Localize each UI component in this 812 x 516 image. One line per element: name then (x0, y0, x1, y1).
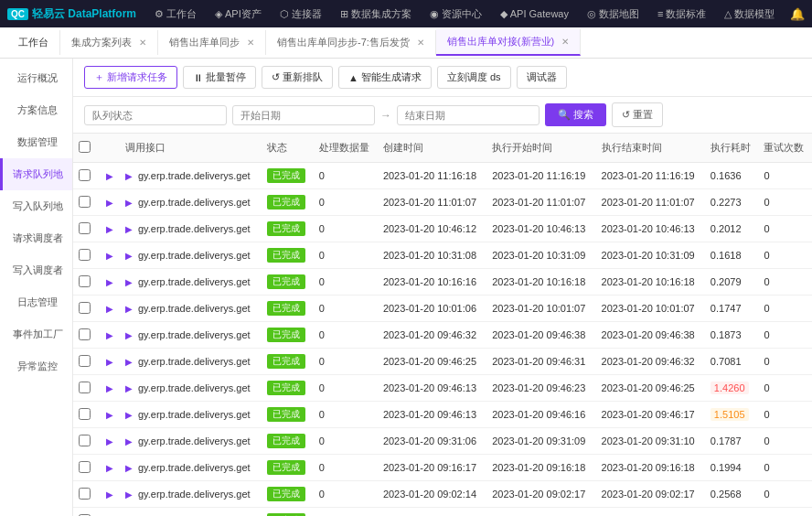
row-iface-cell: ▶ gy.erp.trade.deliverys.get (120, 163, 262, 189)
row-checkbox[interactable] (79, 196, 91, 208)
row-end-cell: 2023-01-20 09:16:18 (596, 455, 705, 481)
row-checkbox[interactable] (79, 328, 91, 340)
iface-name: gy.erp.trade.deliverys.get (138, 435, 251, 446)
row-count-cell: 0 (314, 349, 378, 375)
row-checkbox[interactable] (79, 408, 91, 420)
row-expand-cell: ▶ (101, 375, 120, 402)
new-request-button[interactable]: ＋ 新增请求任务 (84, 66, 177, 89)
sidebar-item-monitor[interactable]: 异常监控 (0, 350, 72, 382)
start-date-input[interactable] (232, 105, 375, 125)
nav-api[interactable]: ◈ API资产 (208, 5, 269, 23)
notification-bell-icon[interactable]: 🔔 (790, 7, 805, 21)
expand-icon[interactable]: ▶ (106, 330, 113, 340)
expand-icon[interactable]: ▶ (106, 410, 113, 420)
row-iface-cell: ▶ gy.erp.trade.deliverys.get (120, 242, 262, 269)
row-checkbox[interactable] (79, 169, 91, 181)
schedule-ds-button[interactable]: 立刻调度 ds (437, 66, 511, 89)
nav-datamap[interactable]: ◎ 数据地图 (580, 5, 646, 23)
expand-icon[interactable]: ▶ (106, 383, 113, 393)
row-checkbox[interactable] (79, 382, 91, 393)
status-badge: 已完成 (267, 248, 305, 263)
nav-dataset[interactable]: ⊞ 数据集成方案 (333, 5, 419, 23)
sidebar-item-request-scheduler[interactable]: 请求调度者 (0, 222, 72, 254)
row-checkbox[interactable] (79, 435, 91, 446)
iface-icon: ▶ (125, 330, 133, 340)
expand-icon[interactable]: ▶ (106, 277, 113, 287)
tab-close-icon[interactable]: ✕ (417, 38, 424, 48)
row-iface-cell: ▶ gy.erp.trade.deliverys.get (120, 296, 262, 322)
expand-icon[interactable]: ▶ (106, 171, 113, 181)
row-created-cell: 2023-01-20 10:16:16 (378, 269, 486, 296)
row-checkbox-cell (73, 428, 101, 455)
nav-workbench[interactable]: ⚙ 工作台 (147, 5, 204, 23)
row-checkbox[interactable] (79, 222, 91, 234)
sidebar-item-data-mgmt[interactable]: 数据管理 (0, 126, 72, 158)
expand-icon[interactable]: ▶ (106, 489, 113, 500)
tab-close-icon[interactable]: ✕ (139, 38, 146, 48)
row-status-cell: 已完成 (262, 269, 313, 296)
row-checkbox[interactable] (79, 355, 91, 367)
nav-datastandard[interactable]: ≡ 数据标准 (650, 5, 713, 23)
nav-connector[interactable]: ⬡ 连接器 (272, 5, 329, 23)
reorder-button[interactable]: ↺ 重新排队 (262, 66, 333, 89)
row-elapsed-cell: 0.2273 (705, 189, 759, 216)
row-start-cell: 2023-01-20 09:46:16 (486, 402, 595, 428)
elapsed-value: 0.1618 (710, 250, 742, 261)
row-retries-cell: 0 (758, 296, 812, 322)
top-nav: QC 轻易云 DataPlatform ⚙ 工作台 ◈ API资产 ⬡ 连接器 … (0, 0, 812, 27)
iface-icon: ▶ (125, 224, 133, 234)
expand-icon[interactable]: ▶ (106, 198, 113, 208)
sidebar-item-overview[interactable]: 运行概况 (0, 62, 72, 94)
row-end-cell: 2023-01-20 10:16:18 (596, 269, 705, 296)
tab-sales-sync[interactable]: 销售出库单同步 ✕ (158, 30, 266, 55)
iface-name: gy.erp.trade.deliverys.get (138, 356, 251, 367)
queue-status-input[interactable] (84, 105, 227, 125)
table-row: ▶ ▶ gy.erp.trade.deliverys.get 已完成 0 202… (73, 189, 812, 216)
row-count-cell: 0 (314, 508, 378, 517)
row-start-cell: 2023-01-20 11:01:07 (486, 189, 595, 216)
expand-icon[interactable]: ▶ (106, 224, 113, 234)
row-end-cell: 2023-01-20 11:01:07 (596, 189, 705, 216)
row-checkbox[interactable] (79, 275, 91, 287)
expand-icon[interactable]: ▶ (106, 436, 113, 446)
expand-icon[interactable]: ▶ (106, 357, 113, 367)
expand-icon[interactable]: ▶ (106, 463, 113, 473)
toolbar: ＋ 新增请求任务 ⏸ 批量暂停 ↺ 重新排队 ▲ 智能生成请求 立刻调度 ds … (73, 59, 812, 97)
nav-resource[interactable]: ◉ 资源中心 (422, 5, 489, 23)
row-checkbox[interactable] (79, 249, 91, 261)
search-button[interactable]: 🔍 搜索 (545, 103, 606, 126)
tab-solution-list[interactable]: 集成方案列表 ✕ (60, 30, 158, 55)
header-expand (101, 134, 120, 163)
tab-close-icon[interactable]: ✕ (247, 38, 254, 48)
nav-api-gateway[interactable]: ◆ API Gateway (493, 6, 576, 22)
row-count-cell: 0 (314, 242, 378, 269)
tab-sales-step7[interactable]: 销售出库单同步步-7:售后发货 ✕ (266, 30, 436, 55)
sidebar-item-write-queue[interactable]: 写入队列地 (0, 190, 72, 222)
sidebar-item-write-scheduler[interactable]: 写入调度者 (0, 254, 72, 286)
sidebar-item-info[interactable]: 方案信息 (0, 94, 72, 126)
ai-generate-button[interactable]: ▲ 智能生成请求 (338, 66, 432, 89)
status-badge: 已完成 (267, 460, 305, 475)
tab-close-icon[interactable]: ✕ (561, 37, 569, 47)
row-checkbox[interactable] (79, 461, 91, 473)
row-status-cell: 已完成 (262, 322, 313, 349)
row-end-cell: 2023-01-20 09:31:10 (596, 428, 705, 455)
end-date-input[interactable] (397, 105, 540, 125)
row-checkbox[interactable] (79, 488, 91, 500)
expand-icon[interactable]: ▶ (106, 251, 113, 261)
row-checkbox[interactable] (79, 302, 91, 314)
select-all-checkbox[interactable] (79, 141, 91, 153)
sidebar-item-request-queue[interactable]: 请求队列地 (0, 158, 72, 190)
nav-datamodel[interactable]: △ 数据模型 (717, 5, 782, 23)
expand-icon[interactable]: ▶ (106, 304, 113, 314)
batch-stop-button[interactable]: ⏸ 批量暂停 (183, 66, 256, 89)
sidebar-item-log[interactable]: 日志管理 (0, 286, 72, 318)
tab-workbench[interactable]: 工作台 (7, 30, 60, 55)
sidebar-item-event[interactable]: 事件加工厂 (0, 318, 72, 350)
reset-button[interactable]: ↺ 重置 (612, 102, 663, 127)
debugger-button[interactable]: 调试器 (517, 66, 567, 89)
tab-sales-new[interactable]: 销售出库单对接(新营业) ✕ (436, 29, 581, 56)
header-iface: 调用接口 (120, 134, 262, 163)
row-checkbox-cell (73, 242, 101, 269)
header-start: 执行开始时间 (486, 134, 595, 163)
